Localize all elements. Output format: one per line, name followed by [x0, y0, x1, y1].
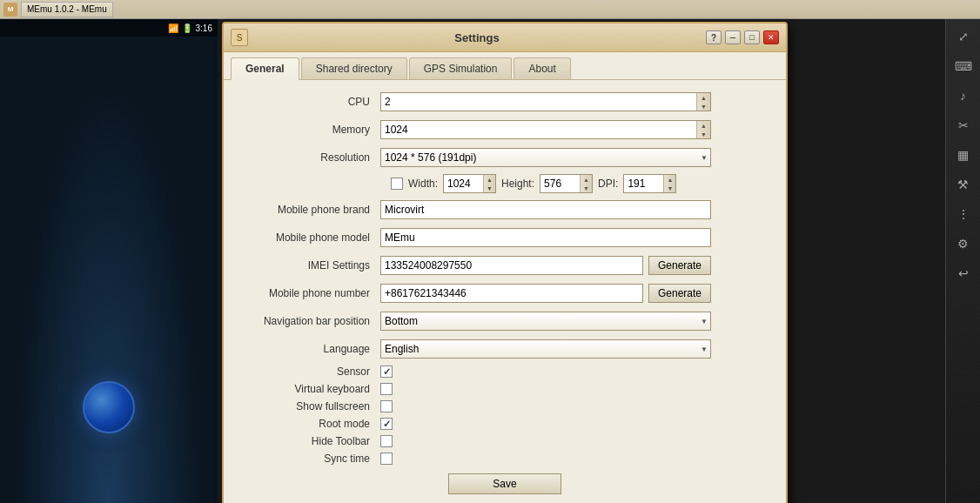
width-arrows: ▲ ▼	[483, 175, 495, 192]
phone-generate-button[interactable]: Generate	[648, 284, 711, 303]
app-logo: M	[3, 3, 17, 17]
root-mode-checkbox[interactable]	[380, 418, 393, 430]
minimize-button[interactable]: ─	[725, 30, 741, 44]
memory-down-arrow[interactable]: ▼	[697, 130, 710, 138]
memory-label: Memory	[241, 124, 380, 136]
width-down-arrow[interactable]: ▼	[484, 184, 495, 192]
dpi-arrows: ▲ ▼	[663, 175, 675, 192]
dpi-label: DPI:	[598, 178, 618, 190]
height-down-arrow[interactable]: ▼	[581, 184, 592, 192]
language-dropdown-wrapper: English Chinese Japanese Korean	[380, 339, 711, 359]
cpu-control: ▲ ▼	[380, 92, 711, 111]
tab-gps-simulation[interactable]: GPS Simulation	[409, 57, 513, 79]
taskbar: M MEmu 1.0.2 - MEmu	[0, 0, 980, 19]
clock-display: 3:16	[196, 23, 212, 33]
volume-icon[interactable]: ♪	[950, 82, 977, 110]
hide-toolbar-label: Hide Toolbar	[241, 435, 380, 447]
resolution-label: Resolution	[241, 151, 380, 164]
cpu-input[interactable]	[381, 93, 696, 111]
cpu-up-arrow[interactable]: ▲	[697, 93, 710, 102]
sync-time-checkbox[interactable]	[380, 453, 393, 465]
brand-row: Mobile phone brand	[241, 198, 769, 221]
nav-bar-label: Navigation bar position	[241, 315, 380, 327]
phone-input[interactable]	[380, 284, 643, 303]
save-row: Save	[241, 473, 769, 498]
brand-input[interactable]	[380, 200, 711, 219]
dialog-title: Settings	[248, 31, 706, 44]
height-spinner: ▲ ▼	[540, 174, 593, 193]
maximize-button[interactable]: □	[744, 30, 760, 44]
settings-dialog: S Settings ? ─ □ ✕ General Shared direct…	[222, 22, 788, 503]
tab-shared-directory[interactable]: Shared directory	[301, 57, 407, 79]
android-status-bar: 📶 🔋 3:16	[0, 19, 218, 37]
width-input[interactable]	[444, 175, 483, 192]
imei-input[interactable]	[380, 256, 643, 275]
brand-control	[380, 200, 711, 219]
tools-icon[interactable]: ⚒	[950, 171, 977, 198]
sync-time-label: Sync time	[241, 453, 380, 465]
language-label: Language	[241, 343, 380, 355]
sensor-checkbox[interactable]	[380, 366, 393, 378]
phone-label: Mobile phone number	[241, 287, 380, 299]
memory-input[interactable]	[381, 121, 696, 138]
hide-toolbar-checkbox[interactable]	[380, 435, 393, 447]
more-icon[interactable]: ⋮	[950, 200, 977, 228]
show-fullscreen-row: Show fullscreen	[241, 400, 769, 412]
show-fullscreen-label: Show fullscreen	[241, 400, 380, 412]
resolution-select[interactable]: 1024 * 576 (191dpi) 800 * 600 (160dpi) 1…	[380, 148, 711, 167]
model-control	[380, 228, 711, 247]
sync-time-row: Sync time	[241, 453, 769, 465]
memory-control: ▲ ▼	[380, 120, 711, 139]
settings-icon[interactable]: ⚙	[950, 230, 977, 258]
language-select[interactable]: English Chinese Japanese Korean	[380, 339, 711, 359]
resolution-checkbox[interactable]	[391, 178, 403, 190]
cpu-row: CPU ▲ ▼	[241, 91, 769, 113]
help-button[interactable]: ?	[706, 30, 722, 44]
width-spinner: ▲ ▼	[443, 174, 496, 193]
dpi-input[interactable]	[624, 175, 663, 192]
back-icon[interactable]: ↩	[950, 259, 977, 287]
memory-up-arrow[interactable]: ▲	[697, 121, 710, 130]
form-content: CPU ▲ ▼ Memory ▲ ▼	[224, 80, 786, 503]
root-mode-label: Root mode	[241, 418, 380, 430]
show-fullscreen-checkbox[interactable]	[380, 400, 393, 412]
height-arrows: ▲ ▼	[580, 175, 592, 192]
install-apk-icon[interactable]: ▦	[950, 141, 977, 169]
height-input[interactable]	[540, 175, 580, 192]
tab-general[interactable]: General	[231, 57, 299, 80]
cpu-label: CPU	[241, 96, 380, 108]
model-input[interactable]	[380, 228, 711, 247]
model-label: Mobile phone model	[241, 231, 380, 244]
cpu-spinner: ▲ ▼	[380, 92, 711, 111]
keyboard-icon[interactable]: ⌨	[950, 52, 977, 80]
width-up-arrow[interactable]: ▲	[484, 175, 495, 184]
tab-about[interactable]: About	[513, 57, 570, 79]
hide-toolbar-row: Hide Toolbar	[241, 435, 769, 447]
model-row: Mobile phone model	[241, 226, 769, 249]
save-button[interactable]: Save	[448, 473, 560, 494]
imei-generate-button[interactable]: Generate	[648, 256, 711, 275]
virtual-keyboard-row: Virtual keyboard	[241, 383, 769, 395]
taskbar-item-memu[interactable]: MEmu 1.0.2 - MEmu	[21, 2, 113, 17]
sensor-row: Sensor	[241, 366, 769, 378]
root-mode-row: Root mode	[241, 418, 769, 430]
expand-icon[interactable]: ⤢	[950, 23, 977, 50]
dpi-down-arrow[interactable]: ▼	[664, 184, 675, 192]
right-sidebar: ⤢ ⌨ ♪ ✂ ▦ ⚒ ⋮ ⚙ ↩	[945, 19, 980, 503]
virtual-keyboard-label: Virtual keyboard	[241, 383, 380, 395]
close-button[interactable]: ✕	[763, 30, 779, 44]
taskbar-memu-label: MEmu 1.0.2 - MEmu	[27, 4, 107, 14]
width-label: Width:	[408, 178, 438, 190]
brand-label: Mobile phone brand	[241, 204, 380, 216]
nav-bar-select[interactable]: Bottom Top Left Right	[380, 312, 711, 331]
dpi-spinner: ▲ ▼	[623, 174, 676, 193]
height-up-arrow[interactable]: ▲	[581, 175, 592, 184]
memory-arrows: ▲ ▼	[696, 121, 710, 138]
cpu-down-arrow[interactable]: ▼	[697, 102, 710, 111]
wifi-icon: 📶	[168, 23, 178, 33]
virtual-keyboard-checkbox[interactable]	[380, 383, 393, 395]
dpi-up-arrow[interactable]: ▲	[664, 175, 675, 184]
cut-icon[interactable]: ✂	[950, 111, 977, 139]
imei-label: IMEI Settings	[241, 259, 380, 272]
resolution-row: Resolution 1024 * 576 (191dpi) 800 * 600…	[241, 146, 769, 169]
